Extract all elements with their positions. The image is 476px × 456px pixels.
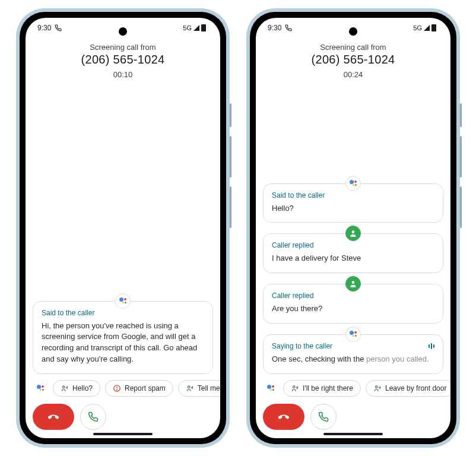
status-network: 5G [183, 24, 192, 31]
phone-mockup-left: 9:30 5G Screening call from (206) 565-10… [16, 8, 230, 448]
voice-wave-icon [291, 384, 299, 392]
signal-icon [424, 25, 430, 31]
phone-hangup-icon [277, 410, 290, 423]
phone-icon [318, 411, 329, 422]
transcript-bubble: Said to the caller Hi, the person you've… [33, 301, 213, 374]
bubble-text: Are you there? [272, 303, 434, 315]
caller-avatar-icon [345, 276, 361, 292]
chip-be-right-there[interactable]: I'll be right there [283, 380, 361, 397]
report-spam-icon [113, 384, 121, 392]
transcript-area: Said to the caller Hi, the person you've… [26, 81, 220, 374]
bubble-label: Caller replied [272, 241, 434, 249]
header-subtitle: Screening call from [26, 43, 220, 52]
voice-wave-icon [373, 384, 382, 392]
answer-button[interactable] [310, 404, 337, 430]
svg-point-5 [352, 231, 355, 234]
svg-point-8 [376, 386, 378, 388]
svg-point-7 [293, 386, 296, 388]
svg-point-4 [188, 386, 190, 388]
chip-tell-me-more[interactable]: Tell me mo [178, 380, 220, 397]
call-header: Screening call from (206) 565-1024 00:10 [26, 38, 220, 81]
assistant-icon [33, 381, 48, 396]
bubble-label: Saying to the caller [272, 342, 434, 350]
transcript-area[interactable]: Said to the caller Hello? Caller replied… [256, 81, 450, 374]
bubble-text: Hello? [272, 203, 434, 214]
phone-hangup-icon [47, 410, 60, 423]
hangup-button[interactable] [33, 404, 74, 430]
assistant-avatar-icon [345, 176, 361, 191]
chip-report-spam[interactable]: Report spam [105, 380, 173, 397]
phone-icon [88, 411, 99, 422]
battery-icon [201, 24, 206, 31]
status-clock: 9:30 [37, 24, 51, 32]
header-subtitle: Screening call from [256, 43, 450, 52]
status-network: 5G [413, 24, 422, 31]
bubble-text: Hi, the person you've reached is using a… [42, 321, 204, 365]
speaking-indicator-icon [429, 343, 434, 349]
voice-wave-icon [186, 384, 194, 392]
assistant-avatar-icon [345, 327, 361, 342]
chip-leave-front-door[interactable]: Leave by front door [366, 380, 450, 397]
bubble-label: Said to the caller [42, 309, 204, 317]
answer-button[interactable] [80, 404, 106, 430]
front-camera-hole [119, 27, 127, 36]
bubble-label: Said to the caller [272, 191, 434, 200]
bubble-text: I have a delivery for Steve [272, 253, 434, 264]
header-phone-number: (206) 565-1024 [256, 53, 450, 66]
nav-pill[interactable] [323, 433, 383, 435]
header-duration: 00:10 [26, 70, 220, 79]
caller-avatar-icon [345, 226, 361, 241]
phone-mockup-right: 9:30 5G Screening call from (206) 565-10… [246, 8, 460, 448]
voice-wave-icon [61, 384, 69, 392]
battery-icon [431, 24, 436, 31]
status-clock: 9:30 [268, 24, 281, 32]
assistant-icon [263, 381, 278, 396]
svg-point-0 [63, 386, 65, 388]
header-duration: 00:24 [256, 70, 450, 79]
header-phone-number: (206) 565-1024 [26, 53, 220, 66]
bubble-text: One sec, checking with the person you ca… [272, 354, 434, 365]
front-camera-hole [349, 27, 357, 36]
call-active-icon [285, 24, 292, 31]
signal-icon [193, 25, 199, 31]
hangup-button[interactable] [263, 404, 304, 430]
chip-hello[interactable]: Hello? [53, 380, 100, 397]
nav-pill[interactable] [93, 433, 153, 435]
assistant-avatar-icon [115, 293, 131, 309]
svg-point-6 [352, 281, 355, 284]
call-header: Screening call from (206) 565-1024 00:24 [256, 38, 450, 81]
suggestion-chip-row: Hello? Report spam Tell me mo [26, 374, 220, 401]
suggestion-chip-row: I'll be right there Leave by front door [256, 374, 450, 401]
bubble-label: Caller replied [272, 292, 434, 300]
call-active-icon [55, 24, 62, 31]
svg-point-3 [117, 390, 118, 390]
